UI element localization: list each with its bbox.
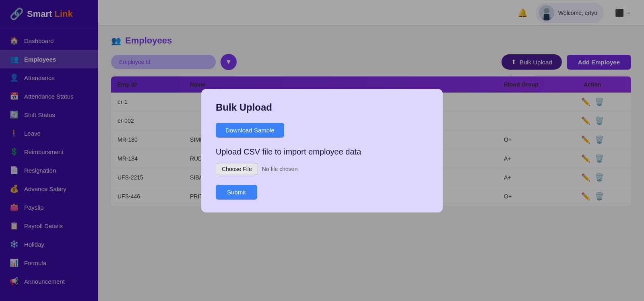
choose-file-button[interactable]: Choose File xyxy=(216,163,258,175)
upload-description: Upload CSV file to import employee data xyxy=(216,147,428,157)
submit-button[interactable]: Submit xyxy=(216,185,257,200)
no-file-text: No file chosen xyxy=(262,166,298,172)
file-input-wrapper: Choose File No file chosen xyxy=(216,163,428,175)
bulk-upload-modal: Bulk Upload Download Sample Upload CSV f… xyxy=(201,89,443,212)
modal-title: Bulk Upload xyxy=(216,102,428,113)
download-sample-button[interactable]: Download Sample xyxy=(216,123,284,138)
modal-overlay[interactable]: Bulk Upload Download Sample Upload CSV f… xyxy=(0,0,644,301)
